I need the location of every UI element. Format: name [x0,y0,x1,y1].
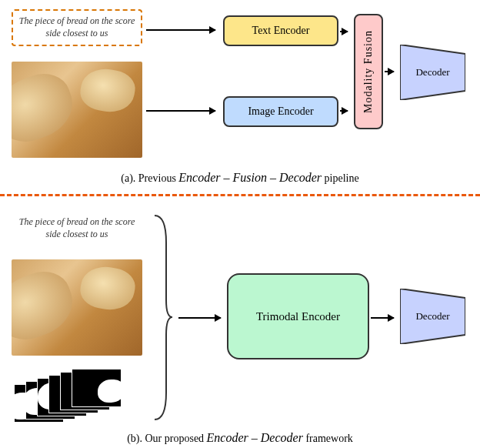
image-encoder-label: Image Encoder [248,105,313,118]
text-encoder-block: Text Encoder [223,15,338,46]
trimodal-encoder-label: Trimodal Encoder [256,310,340,323]
decoder-block-b: Decoder [400,289,465,344]
text-query-content-a: The piece of bread on the score side clo… [16,15,138,39]
panel-divider [0,194,480,196]
panel-previous-pipeline: The piece of bread on the score side clo… [0,0,480,185]
text-query-box-b: The piece of bread on the score side clo… [12,210,142,247]
panel-proposed-framework: The piece of bread on the score side clo… [0,204,480,446]
text-query-content-b: The piece of bread on the score side clo… [15,216,139,240]
mask-6 [72,369,122,407]
modality-fusion-block: Modality Fusion [354,14,383,129]
caption-b: (b). Our proposed Encoder – Decoder fram… [0,431,480,445]
caption-a-fancy: Encoder – Fusion – Decoder [178,171,322,184]
trimodal-encoder-block: Trimodal Encoder [227,273,369,359]
arrow-inputs-to-trimodal [178,317,221,319]
arrow-text-to-encoder [146,29,215,31]
decoder-block-a: Decoder [400,45,465,100]
mask-stack [14,366,137,427]
caption-a: (a). Previous Encoder – Fusion – Decoder… [0,171,480,185]
brace-icon [151,212,174,423]
arrow-trimodal-to-decoder [371,317,394,319]
arrow-textenc-to-fusion [340,31,348,32]
caption-b-prefix: (b). Our proposed [127,433,206,444]
arrow-image-to-encoder [146,110,215,112]
arrow-imgenc-to-fusion [340,110,348,112]
caption-a-prefix: (a). Previous [121,172,178,184]
input-image-a [12,62,142,158]
caption-b-fancy: Encoder – Decoder [207,431,303,444]
text-encoder-label: Text Encoder [252,25,310,37]
caption-a-suffix: pipeline [322,172,359,184]
decoder-label-a: Decoder [415,66,449,79]
modality-fusion-label: Modality Fusion [362,30,375,113]
caption-b-suffix: framework [303,433,353,444]
input-image-b [12,259,142,356]
arrow-fusion-to-decoder [385,71,394,72]
image-encoder-block: Image Encoder [223,96,338,127]
decoder-label-b: Decoder [415,310,449,323]
text-query-box-a: The piece of bread on the score side clo… [12,9,142,46]
